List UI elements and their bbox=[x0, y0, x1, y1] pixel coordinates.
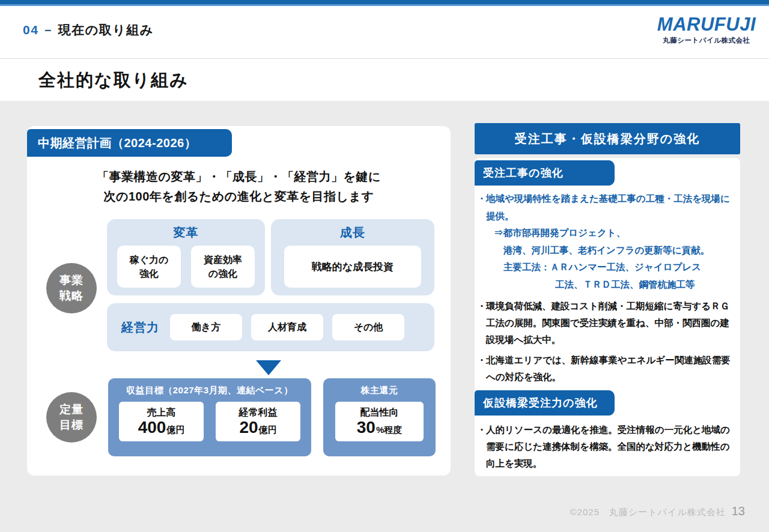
circle-line: 目標 bbox=[59, 417, 84, 433]
section-title: 現在の取り組み bbox=[58, 23, 154, 37]
circle-line: 定量 bbox=[59, 402, 84, 417]
box-line: 資産効率 bbox=[204, 253, 242, 267]
henkaku-box-asset-efficiency: 資産効率 の強化 bbox=[191, 246, 255, 288]
profit-target-title: 収益目標（2027年3月期、連結ベース） bbox=[108, 385, 311, 396]
company-logo: MARUFUJI 丸藤シートパイル株式会社 bbox=[657, 14, 756, 44]
metric-unit: %程度 bbox=[376, 425, 402, 436]
metric-value: 30 bbox=[357, 419, 375, 437]
keieiryoku-box-workstyle: 働き方 bbox=[170, 314, 242, 340]
bullet-marker: ・ bbox=[477, 422, 486, 472]
page-title: 全社的な取り組み bbox=[38, 68, 189, 92]
metric-label: 売上高 bbox=[147, 407, 176, 419]
sub-line: 工法、ＴＲＤ工法、鋼管杭施工等 bbox=[477, 276, 733, 294]
plan-intro-line1: 「事業構造の変革」・「成長」・「経営力」を鍵に bbox=[27, 167, 451, 187]
plan-intro-text: 「事業構造の変革」・「成長」・「経営力」を鍵に 次の100年を創るための進化と変… bbox=[27, 167, 451, 207]
bullet-item: ・ 北海道エリアでは、新幹線事業やエネルギー関連施設需要への対応を強化。 bbox=[477, 352, 733, 385]
metric-ordinary-profit: 経常利益 20 億円 bbox=[216, 402, 300, 441]
henkaku-label: 変革 bbox=[107, 225, 265, 241]
keieiryoku-box-other: その他 bbox=[332, 314, 404, 340]
footer: ©2025 丸藤シートパイル株式会社 13 bbox=[570, 504, 745, 518]
keieiryoku-label: 経営力 bbox=[121, 319, 159, 336]
bullet-marker: ・ bbox=[477, 190, 486, 225]
bullet-text: 環境負荷低減、建設コスト削減・工期短縮に寄与するＲＧ工法の展開。関東圏で受注実績… bbox=[486, 298, 733, 348]
circle-line: 戦略 bbox=[59, 288, 84, 304]
bullet-item: ・ 人的リソースの最適化を推進。受注情報の一元化と地域の需要に応じた連携体制を構… bbox=[477, 422, 733, 472]
bullet-marker: ・ bbox=[477, 352, 486, 385]
section-number: 04 bbox=[23, 23, 38, 37]
box-line: 稼ぐ力の bbox=[130, 253, 169, 267]
bullet-item: ・ 環境負荷低減、建設コスト削減・工期短縮に寄与するＲＧ工法の展開。関東圏で受注… bbox=[477, 298, 733, 348]
bullet-text: 地域や現場特性を踏まえた基礎工事の工種・工法を現場に提供。 bbox=[486, 190, 733, 225]
section-heading: 04－現在の取り組み bbox=[23, 22, 154, 38]
sub-line: 主要工法：ＡＲハンマー工法、ジャイロプレス bbox=[477, 259, 733, 276]
right-section-banner: 受注工事・仮設橋梁分野の強化 bbox=[475, 123, 740, 154]
metric-value: 400 bbox=[138, 419, 166, 437]
temporary-bridge-tab: 仮設橋梁受注力の強化 bbox=[475, 390, 615, 416]
bullet-marker: ・ bbox=[477, 298, 486, 348]
metric-unit: 億円 bbox=[166, 425, 184, 436]
header-divider bbox=[0, 58, 769, 59]
logo-company-name: 丸藤シートパイル株式会社 bbox=[657, 37, 756, 44]
shareholder-metrics: 配当性向 30 %程度 bbox=[323, 402, 436, 441]
metric-value-row: 20 億円 bbox=[239, 419, 276, 437]
box-line: の強化 bbox=[208, 267, 237, 280]
metric-value: 20 bbox=[239, 419, 258, 437]
bullet-text: 北海道エリアでは、新幹線事業やエネルギー関連施設需要への対応を強化。 bbox=[486, 352, 733, 385]
copyright-text: ©2025 丸藤シートパイル株式会社 bbox=[570, 507, 726, 518]
quantitative-target-circle: 定量 目標 bbox=[46, 392, 97, 443]
bridge-card-content: ・ 人的リソースの最適化を推進。受注情報の一元化と地域の需要に応じた連携体制を構… bbox=[475, 422, 740, 472]
seicho-label: 成長 bbox=[271, 225, 434, 241]
circle-line: 事業 bbox=[59, 273, 84, 288]
plan-intro-line2: 次の100年を創るための進化と変革を目指します bbox=[27, 187, 451, 207]
orders-strengthen-tab: 受注工事の強化 bbox=[475, 160, 615, 186]
metric-net-sales: 売上高 400 億円 bbox=[119, 402, 204, 441]
keieiryoku-box-hr-development: 人材育成 bbox=[251, 314, 323, 340]
page-number: 13 bbox=[732, 504, 745, 518]
down-arrow-icon bbox=[256, 360, 281, 375]
business-strategy-circle: 事業 戦略 bbox=[46, 263, 97, 313]
seicho-group: 成長 戦略的な成長投資 bbox=[271, 219, 434, 295]
mid-term-plan-tab: 中期経営計画（2024-2026） bbox=[27, 129, 232, 157]
orders-blue-text-block: ・ 地域や現場特性を踏まえた基礎工事の工種・工法を現場に提供。 ⇒都市部再開発プ… bbox=[477, 190, 733, 293]
metric-payout-ratio: 配当性向 30 %程度 bbox=[335, 402, 424, 441]
metric-unit: 億円 bbox=[259, 425, 277, 436]
shareholder-return-title: 株主還元 bbox=[323, 385, 436, 396]
sub-line: ⇒都市部再開発プロジェクト、 bbox=[477, 225, 733, 242]
sub-line: 港湾、河川工事、老朽インフラの更新等に貢献。 bbox=[477, 242, 733, 259]
bullet-item: ・ 地域や現場特性を踏まえた基礎工事の工種・工法を現場に提供。 bbox=[477, 190, 733, 225]
top-accent-bar-light bbox=[0, 4, 769, 6]
metric-value-row: 30 %程度 bbox=[357, 419, 403, 437]
main-area: 中期経営計画（2024-2026） 「事業構造の変革」・「成長」・「経営力」を鍵… bbox=[0, 101, 769, 532]
orders-card-content: ・ 地域や現場特性を踏まえた基礎工事の工種・工法を現場に提供。 ⇒都市部再開発プ… bbox=[475, 190, 740, 385]
metric-label: 経常利益 bbox=[239, 407, 278, 419]
seicho-box-growth-investment: 戦略的な成長投資 bbox=[284, 246, 421, 288]
box-line: 強化 bbox=[139, 267, 159, 280]
shareholder-return-group: 株主還元 配当性向 30 %程度 bbox=[323, 378, 436, 456]
henkaku-boxes: 稼ぐ力の 強化 資産効率 の強化 bbox=[107, 246, 265, 288]
profit-metrics: 売上高 400 億円 経常利益 20 億円 bbox=[108, 402, 311, 441]
section-separator: － bbox=[41, 23, 55, 37]
top-accent-bar bbox=[0, 0, 769, 4]
keieiryoku-group: 経営力 働き方 人材育成 その他 bbox=[107, 303, 434, 351]
henkaku-group: 変革 稼ぐ力の 強化 資産効率 の強化 bbox=[107, 219, 265, 295]
profit-target-group: 収益目標（2027年3月期、連結ベース） 売上高 400 億円 経常利益 20 bbox=[108, 378, 311, 456]
orders-card: 受注工事の強化 ・ 地域や現場特性を踏まえた基礎工事の工種・工法を現場に提供。 … bbox=[475, 158, 740, 476]
mid-term-plan-card: 中期経営計画（2024-2026） 「事業構造の変革」・「成長」・「経営力」を鍵… bbox=[27, 126, 451, 476]
metric-label: 配当性向 bbox=[360, 407, 399, 419]
slide: 04－現在の取り組み MARUFUJI 丸藤シートパイル株式会社 全社的な取り組… bbox=[0, 0, 769, 532]
metric-value-row: 400 億円 bbox=[138, 419, 185, 437]
henkaku-box-earning-power: 稼ぐ力の 強化 bbox=[117, 246, 181, 288]
bullet-text: 人的リソースの最適化を推進。受注情報の一元化と地域の需要に応じた連携体制を構築。… bbox=[486, 422, 733, 472]
logo-brand-text: MARUFUJI bbox=[657, 14, 756, 35]
